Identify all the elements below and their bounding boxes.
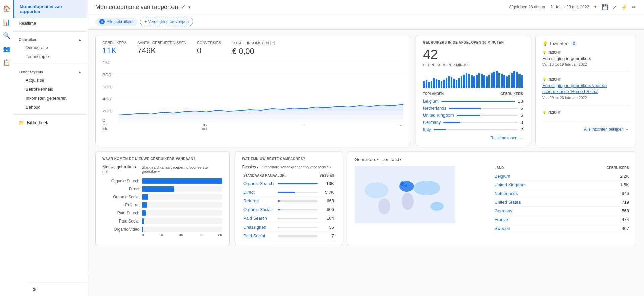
campaign-name[interactable]: Organic Search (243, 181, 275, 186)
map-country-name[interactable]: Germany (495, 208, 512, 213)
campaign-row: Organic Search 13K (242, 179, 335, 188)
map-country-dropdown[interactable]: Land ▾ (390, 157, 402, 162)
svg-point-21 (407, 186, 409, 188)
insights-label: Inzichten (550, 41, 569, 46)
events-value[interactable]: 746K (137, 46, 186, 55)
sidebar-section-levenscyclus[interactable]: Levenscyclus ▲ (13, 67, 87, 76)
users-value[interactable]: 11K (102, 46, 127, 55)
sidebar-item-demografie[interactable]: Demografie (13, 43, 87, 52)
sidebar-item-betrokkenheid[interactable]: Betrokkenheid (13, 85, 87, 94)
campaign-row: Paid Search 104 (242, 214, 335, 223)
map-country-name[interactable]: Belgium (495, 174, 510, 179)
date-range[interactable]: 21 feb. - 20 mrt. 2022 (550, 5, 589, 9)
settings-row[interactable]: ⚙ (27, 283, 87, 296)
sidebar-divider-2 (13, 64, 87, 64)
sidebar-item-realtime[interactable]: Realtime (13, 18, 87, 29)
campaign-bar (278, 218, 318, 219)
country-name[interactable]: Netherlands (423, 106, 446, 111)
add-comparison-button[interactable]: + Vergelijking toevoegen (140, 18, 193, 26)
realtime-mini-bars (423, 71, 523, 88)
inkomsten-value[interactable]: € 0,00 (232, 47, 275, 56)
mini-bar (498, 73, 500, 88)
map-row: United Kingdom 1,5K (495, 181, 629, 189)
map-users-col: Gebruikers (606, 166, 629, 170)
mini-bar (518, 74, 521, 88)
sidebar-item-behoud[interactable]: Behoud (13, 103, 87, 112)
save-report-icon[interactable]: 💾 (602, 4, 608, 10)
segments-icon[interactable]: 👥 (1, 43, 13, 55)
sidebar-item-bibliotheek[interactable]: 📁 Bibliotheek (13, 117, 87, 128)
grouping-dropdown[interactable]: Standaard kanaalgroepering voor sessie ▾ (262, 165, 331, 169)
help-icon[interactable]: ? (270, 41, 275, 45)
insight-link-2[interactable]: 'Home | Richa' (570, 89, 598, 94)
mini-bar (491, 73, 493, 88)
mini-bar (493, 72, 495, 88)
campaign-bar-fill (278, 200, 280, 202)
mini-bar (486, 76, 488, 88)
edit-icon[interactable]: ✏ (632, 4, 636, 10)
insight-date-1: Van 13 tot 19 februari 2022 (542, 62, 629, 66)
sidebar-item-momentopname[interactable]: Momentopname van rapporten (13, 0, 87, 18)
analytics-icon[interactable]: 📊 (1, 16, 13, 28)
insight-icon-3: 💡 (542, 111, 546, 114)
country-count: 2 (521, 127, 523, 132)
map-metric-dropdown[interactable]: Gebruikers ▾ (355, 157, 379, 162)
sidebar-item-inkomsten[interactable]: Inkomsten genereren (13, 94, 87, 103)
sidebar-item-acquisitie[interactable]: Acquisitie (13, 76, 87, 85)
campaign-name[interactable]: Organic Social (243, 207, 275, 212)
sidebar-divider-1 (13, 31, 87, 32)
map-country-name[interactable]: Sweden (495, 226, 510, 231)
channel-label: Referral (102, 203, 139, 207)
mini-bar (503, 75, 505, 88)
search-icon[interactable]: 🔍 (1, 30, 13, 42)
plus-icon: + (144, 19, 147, 24)
mini-bar (506, 76, 508, 88)
realtime-link[interactable]: Realtime tonen → (423, 136, 523, 140)
mini-bar (481, 74, 483, 88)
channel-bar (142, 218, 222, 224)
campaign-name[interactable]: Direct (243, 190, 275, 195)
map-country-name[interactable]: United Kingdom (495, 182, 526, 187)
sidebar-item-technologie[interactable]: Technologie (13, 52, 87, 61)
users-label: Gebruikers (102, 41, 127, 45)
country-bar (441, 101, 515, 102)
country-name[interactable]: United Kingdom (423, 113, 454, 118)
country-name[interactable]: Belgium (423, 99, 439, 104)
realtime-header: Gebruikers in de afgelopen 30 minuten (423, 41, 523, 44)
sessions-dropdown[interactable]: Sessies ▾ (242, 165, 258, 169)
settings-icon: ⚙ (32, 287, 36, 292)
all-insights-link[interactable]: Alle inzichten bekijken → (542, 127, 629, 132)
all-users-chip[interactable]: A Alle gebruikers (95, 18, 137, 26)
sidebar-collapse-button[interactable]: ‹ (87, 269, 87, 276)
map-country-name[interactable]: United States (495, 200, 521, 205)
campaign-name[interactable]: Referral (243, 198, 275, 203)
sidebar-section-gebruiker[interactable]: Gebruiker ▲ (13, 34, 87, 43)
campaign-name[interactable]: Unassigned (243, 225, 275, 230)
map-country-name[interactable]: Netherlands (495, 191, 518, 196)
topbar-dropdown[interactable]: ▾ (188, 5, 191, 10)
hbar-row: Organic Search (102, 178, 222, 184)
country-name[interactable]: Germany (423, 120, 441, 125)
map-country-name[interactable]: France (495, 217, 508, 222)
xlabel-4: 20 (400, 123, 403, 131)
insight-text-1: Een stijging in gebruikers (542, 56, 629, 62)
mini-bar (466, 73, 468, 88)
new-users-card: Waar komen de nieuwe gebruikers vandaan?… (95, 151, 230, 246)
map-country-count: 946 (622, 191, 629, 196)
campaign-name[interactable]: Paid Search (243, 216, 275, 221)
share-icon[interactable]: ↗ (612, 4, 617, 10)
svg-point-14 (400, 181, 404, 186)
campaign-name[interactable]: Paid Social (243, 233, 275, 238)
home-icon[interactable]: 🏠 (1, 3, 13, 15)
map-table: Land Gebruikers Belgium 2,2K United King… (495, 166, 629, 233)
customize-icon[interactable]: ⚡ (621, 4, 628, 10)
campaign-sessions: 7 (320, 233, 334, 238)
country-count: 3 (521, 120, 523, 125)
new-users-grouping-dropdown[interactable]: Standaard kanaalgroepering voor eerste g… (142, 165, 222, 174)
country-name[interactable]: Italy (423, 127, 431, 132)
metrics-values: Gebruikers 11K Aantal gebeurtenissen 746… (102, 41, 403, 56)
conversies-value[interactable]: 0 (197, 46, 221, 55)
reports-icon[interactable]: 📋 (1, 56, 13, 68)
date-arrow[interactable]: ▾ (594, 5, 596, 9)
map-country-count: 719 (622, 200, 629, 205)
